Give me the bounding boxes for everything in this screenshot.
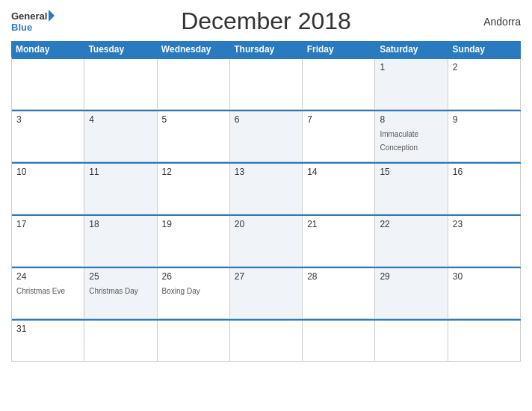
cell-date-22: 22 <box>380 219 442 229</box>
logo-general-text: General <box>11 10 47 22</box>
cal-cell-9: 9 <box>448 111 521 162</box>
cal-cell-28: 28 <box>303 268 375 319</box>
cell-date-23: 23 <box>453 219 516 229</box>
cal-cell-empty-0-1 <box>84 59 157 110</box>
logo: General Blue <box>11 10 55 33</box>
cell-date-4: 4 <box>89 114 152 125</box>
cal-cell-22: 22 <box>375 216 448 267</box>
cell-date-3: 3 <box>16 114 79 125</box>
cell-holiday-immaculate-conception: Immaculate Conception <box>380 130 418 152</box>
cal-cell-empty-5-3 <box>230 321 303 362</box>
cal-cell-empty-0-2 <box>158 59 230 110</box>
cell-date-26: 26 <box>162 271 225 282</box>
day-headers: MondayTuesdayWednesdayThursdayFridaySatu… <box>11 41 521 58</box>
cell-holiday-christmas-eve: Christmas Eve <box>16 287 65 295</box>
cal-cell-11: 11 <box>84 164 157 214</box>
day-header-saturday: Saturday <box>375 41 448 58</box>
cell-date-16: 16 <box>453 167 516 177</box>
cell-date-11: 11 <box>89 167 152 177</box>
cell-date-2: 2 <box>453 62 516 72</box>
day-header-tuesday: Tuesday <box>84 41 156 58</box>
calendar-grid: 12345678Immaculate Conception91011121314… <box>11 58 521 362</box>
cal-cell-empty-5-4 <box>303 321 375 362</box>
cal-cell-8: 8Immaculate Conception <box>375 111 448 162</box>
day-header-wednesday: Wednesday <box>157 41 229 58</box>
cal-cell-12: 12 <box>158 164 230 214</box>
cal-cell-29: 29 <box>375 268 448 319</box>
cal-cell-4: 4 <box>84 111 157 162</box>
cal-cell-18: 18 <box>84 216 157 267</box>
cal-cell-17: 17 <box>12 216 84 267</box>
header: General Blue December 2018 Andorra <box>11 7 521 35</box>
cal-cell-19: 19 <box>158 216 230 267</box>
cell-date-21: 21 <box>307 219 370 229</box>
cal-cell-25: 25Christmas Day <box>84 268 157 319</box>
cal-cell-15: 15 <box>375 164 448 214</box>
cal-cell-23: 23 <box>448 216 521 267</box>
cell-date-27: 27 <box>235 271 297 282</box>
logo-blue-text: Blue <box>11 22 32 33</box>
cal-cell-6: 6 <box>230 111 303 162</box>
cell-date-25: 25 <box>89 271 152 282</box>
cell-date-30: 30 <box>453 271 516 282</box>
logo-triangle-icon <box>49 10 55 22</box>
cal-cell-5: 5 <box>158 111 230 162</box>
cell-date-1: 1 <box>380 62 442 72</box>
cal-cell-10: 10 <box>12 164 84 214</box>
cell-date-8: 8 <box>380 114 442 125</box>
cal-cell-21: 21 <box>303 216 375 267</box>
cal-cell-27: 27 <box>230 268 303 319</box>
cell-date-29: 29 <box>380 271 442 282</box>
cal-cell-2: 2 <box>448 59 521 110</box>
cell-date-31: 31 <box>16 324 79 334</box>
cell-holiday-boxing-day: Boxing Day <box>162 287 200 295</box>
cal-cell-20: 20 <box>230 216 303 267</box>
cell-date-6: 6 <box>235 114 297 125</box>
cal-cell-empty-5-6 <box>448 321 521 362</box>
cell-date-13: 13 <box>235 167 297 177</box>
cell-date-9: 9 <box>453 114 516 125</box>
cell-date-12: 12 <box>162 167 225 177</box>
cell-date-18: 18 <box>89 219 152 229</box>
cal-cell-empty-5-5 <box>375 321 448 362</box>
cell-date-5: 5 <box>162 114 225 125</box>
cell-date-17: 17 <box>16 219 79 229</box>
cal-cell-7: 7 <box>303 111 375 162</box>
cell-date-10: 10 <box>16 167 79 177</box>
cell-date-20: 20 <box>235 219 297 229</box>
cal-cell-31: 31 <box>12 321 84 362</box>
day-header-thursday: Thursday <box>229 41 302 58</box>
cal-cell-13: 13 <box>230 164 303 214</box>
day-header-sunday: Sunday <box>448 41 521 58</box>
cell-date-28: 28 <box>307 271 370 282</box>
cal-cell-26: 26Boxing Day <box>158 268 230 319</box>
cell-date-24: 24 <box>16 271 79 282</box>
cell-date-19: 19 <box>162 219 225 229</box>
cal-cell-empty-0-3 <box>230 59 303 110</box>
cal-cell-14: 14 <box>303 164 375 214</box>
cell-date-15: 15 <box>380 167 442 177</box>
calendar-container: General Blue December 2018 Andorra Monda… <box>0 0 532 411</box>
day-header-friday: Friday <box>303 41 375 58</box>
cell-date-7: 7 <box>307 114 370 125</box>
cal-cell-24: 24Christmas Eve <box>12 268 84 319</box>
cal-cell-empty-0-4 <box>303 59 375 110</box>
cal-cell-empty-5-2 <box>158 321 230 362</box>
cal-cell-1: 1 <box>375 59 448 110</box>
month-title: December 2018 <box>181 7 351 35</box>
cal-cell-30: 30 <box>448 268 521 319</box>
cell-date-14: 14 <box>307 167 370 177</box>
day-header-monday: Monday <box>11 41 84 58</box>
cell-holiday-christmas-day: Christmas Day <box>89 287 138 295</box>
cal-cell-empty-0-0 <box>12 59 84 110</box>
cal-cell-3: 3 <box>12 111 84 162</box>
cal-cell-empty-5-1 <box>84 321 157 362</box>
cal-cell-16: 16 <box>448 164 521 214</box>
country-label: Andorra <box>483 16 521 28</box>
